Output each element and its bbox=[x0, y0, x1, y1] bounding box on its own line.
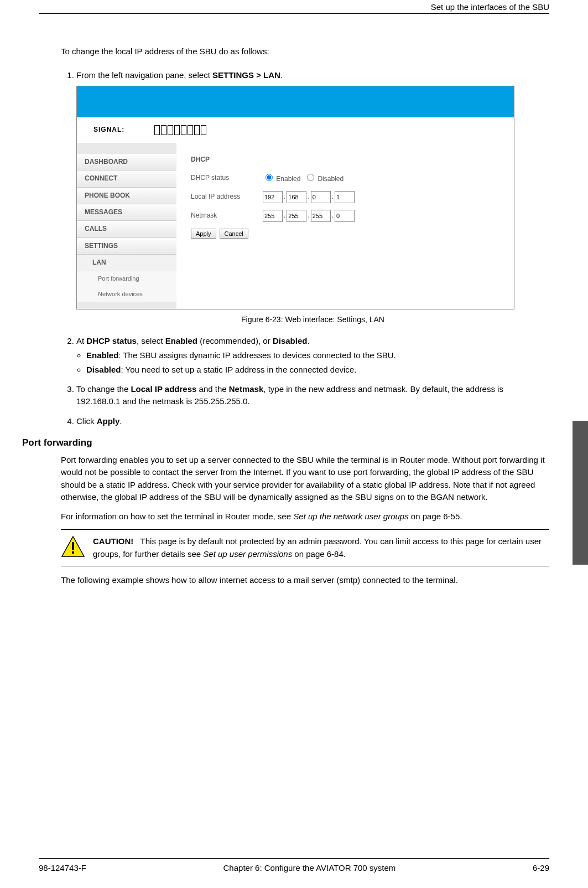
intro-text: To change the local IP address of the SB… bbox=[61, 47, 549, 56]
nav-port-forwarding[interactable]: Port forwarding bbox=[77, 271, 176, 287]
local-ip-label: Local IP address bbox=[191, 192, 263, 202]
nav-network-devices[interactable]: Network devices bbox=[77, 287, 176, 302]
signal-label: SIGNAL: bbox=[93, 125, 154, 135]
ip-octet-3[interactable] bbox=[311, 191, 331, 203]
page-footer: 98-124743-F Chapter 6: Configure the AVI… bbox=[39, 858, 549, 872]
chapter-tab bbox=[573, 421, 588, 565]
header-rule bbox=[39, 13, 549, 14]
dhcp-status-label: DHCP status bbox=[191, 173, 263, 183]
step-2: At DHCP status, select Enabled (recommen… bbox=[76, 335, 549, 375]
port-forwarding-heading: Port forwarding bbox=[22, 437, 549, 448]
svg-rect-2 bbox=[72, 551, 74, 554]
signal-bars-icon bbox=[154, 125, 206, 135]
caution-text: CAUTION! This page is by default not pro… bbox=[93, 535, 549, 560]
nav-dashboard[interactable]: DASHBOARD bbox=[77, 154, 176, 171]
nm-octet-1[interactable] bbox=[263, 210, 283, 222]
panel-heading: DHCP bbox=[191, 155, 499, 164]
nav-connect[interactable]: CONNECT bbox=[77, 171, 176, 187]
nav-lan[interactable]: LAN bbox=[77, 255, 176, 271]
footer-page-num: 6-29 bbox=[533, 863, 549, 872]
netmask-label: Netmask bbox=[191, 211, 263, 220]
pf-paragraph-2: For information on how to set the termin… bbox=[61, 510, 549, 523]
bullet-disabled: Disabled: You need to set up a static IP… bbox=[86, 364, 549, 376]
running-header: Set up the interfaces of the SBU bbox=[431, 2, 549, 12]
cancel-button[interactable]: Cancel bbox=[220, 229, 248, 239]
pf-paragraph-1: Port forwarding enables you to set up a … bbox=[61, 454, 549, 504]
nav-settings[interactable]: SETTINGS bbox=[77, 238, 176, 255]
ui-signal-row: SIGNAL: bbox=[77, 117, 514, 143]
warning-icon bbox=[61, 535, 85, 560]
step-1: From the left navigation pane, select SE… bbox=[76, 69, 549, 325]
step-4: Click Apply. bbox=[76, 415, 549, 427]
dhcp-enabled-radio[interactable]: Enabled bbox=[263, 172, 300, 184]
step-3: To change the Local IP address and the N… bbox=[76, 383, 549, 407]
footer-doc-id: 98-124743-F bbox=[39, 863, 86, 872]
pf-paragraph-3: The following example shows how to allow… bbox=[61, 574, 549, 587]
ip-octet-1[interactable] bbox=[263, 191, 283, 203]
ui-sidebar: DASHBOARD CONNECT PHONE BOOK MESSAGES CA… bbox=[77, 143, 176, 309]
nm-octet-4[interactable] bbox=[335, 210, 355, 222]
svg-rect-1 bbox=[72, 542, 74, 550]
nav-calls[interactable]: CALLS bbox=[77, 221, 176, 238]
nav-messages[interactable]: MESSAGES bbox=[77, 204, 176, 221]
ui-titlebar bbox=[77, 86, 514, 117]
ip-octet-2[interactable] bbox=[287, 191, 306, 203]
ui-main-panel: DHCP DHCP status Enabled Disabled Local … bbox=[176, 143, 514, 309]
dhcp-disabled-radio[interactable]: Disabled bbox=[304, 172, 344, 184]
nav-phonebook[interactable]: PHONE BOOK bbox=[77, 188, 176, 204]
ip-octet-4[interactable] bbox=[335, 191, 355, 203]
screenshot-figure: SIGNAL: DASHBOARD CONNECT PHONE BOOK MES… bbox=[76, 86, 514, 309]
footer-chapter: Chapter 6: Configure the AVIATOR 700 sys… bbox=[223, 863, 396, 872]
nm-octet-3[interactable] bbox=[311, 210, 331, 222]
apply-button[interactable]: Apply bbox=[191, 229, 216, 239]
bullet-enabled: Enabled: The SBU assigns dynamic IP addr… bbox=[86, 349, 549, 362]
nm-octet-2[interactable] bbox=[287, 210, 306, 222]
caution-box: CAUTION! This page is by default not pro… bbox=[61, 529, 549, 566]
figure-caption: Figure 6-23: Web interface: Settings, LA… bbox=[76, 314, 549, 325]
